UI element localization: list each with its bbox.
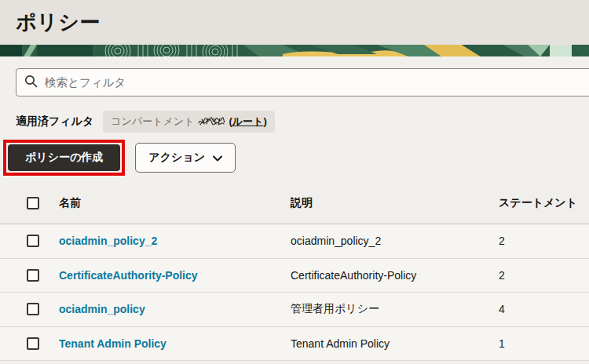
- row-checkbox[interactable]: [27, 303, 39, 315]
- table-row: ociadmin_policy 管理者用ポリシー 4: [0, 293, 589, 327]
- page-title: ポリシー: [16, 9, 101, 36]
- policy-description: 管理者用ポリシー: [291, 302, 499, 316]
- column-header-name[interactable]: 名前: [59, 196, 291, 210]
- policy-description: Tenant Admin Policy: [291, 337, 499, 350]
- policy-statement-count: 2: [499, 269, 589, 282]
- table-row: Tenant Admin Policy Tenant Admin Policy …: [0, 327, 589, 362]
- search-bar: [16, 68, 589, 96]
- column-header-statements[interactable]: ステートメント: [499, 196, 589, 210]
- row-checkbox[interactable]: [27, 269, 39, 282]
- toolbar: ポリシーの作成 アクション: [0, 140, 589, 176]
- policy-name-link[interactable]: CertificateAuthority-Policy: [59, 269, 198, 282]
- redacted-compartment-name-scribble: [197, 115, 225, 128]
- actions-button-label: アクション: [148, 151, 205, 165]
- decorative-banner: [0, 45, 589, 56]
- actions-button[interactable]: アクション: [135, 143, 236, 173]
- policy-description: ociadmin_policy_2: [291, 235, 499, 247]
- policy-name-link[interactable]: Tenant Admin Policy: [59, 337, 166, 350]
- policy-statement-count: 4: [499, 303, 589, 315]
- search-icon: [24, 75, 38, 91]
- policy-statement-count: 1: [499, 337, 589, 350]
- policy-name-link[interactable]: ociadmin_policy: [59, 303, 145, 315]
- page-header: ポリシー: [0, 0, 589, 45]
- search-input[interactable]: [45, 76, 516, 89]
- policy-statement-count: 2: [499, 235, 589, 247]
- row-checkbox[interactable]: [27, 337, 39, 350]
- banner-artwork-svg: [0, 45, 589, 56]
- compartment-filter-chip[interactable]: コンパートメント (ルート): [103, 111, 274, 133]
- select-all-checkbox[interactable]: [27, 197, 39, 209]
- annotated-create-button-wrapper: ポリシーの作成: [3, 140, 125, 176]
- policies-page: ポリシー: [0, 0, 589, 364]
- policy-description: CertificateAuthority-Policy: [291, 269, 499, 282]
- chip-compartment-label: コンパートメント: [111, 115, 194, 129]
- policy-name-link[interactable]: ociadmin_policy_2: [59, 235, 157, 247]
- chevron-down-icon: [213, 151, 222, 164]
- create-policy-button[interactable]: ポリシーの作成: [8, 144, 120, 171]
- applied-filters-label: 適用済フィルタ: [16, 115, 93, 129]
- table-header-row: 名前 説明 ステートメント: [0, 183, 589, 224]
- chip-root-link[interactable]: (ルート): [229, 115, 266, 129]
- table-row: CertificateAuthority-Policy CertificateA…: [0, 259, 589, 293]
- row-checkbox[interactable]: [27, 235, 39, 247]
- column-header-description[interactable]: 説明: [291, 196, 499, 210]
- table-row: ociadmin_policy_2 ociadmin_policy_2 2: [0, 224, 589, 259]
- table-body: ociadmin_policy_2 ociadmin_policy_2 2 Ce…: [0, 224, 589, 361]
- policies-table: 名前 説明 ステートメント ociadmin_policy_2 ociadmin…: [0, 183, 589, 361]
- applied-filters-row: 適用済フィルタ コンパートメント (ルート): [16, 111, 589, 133]
